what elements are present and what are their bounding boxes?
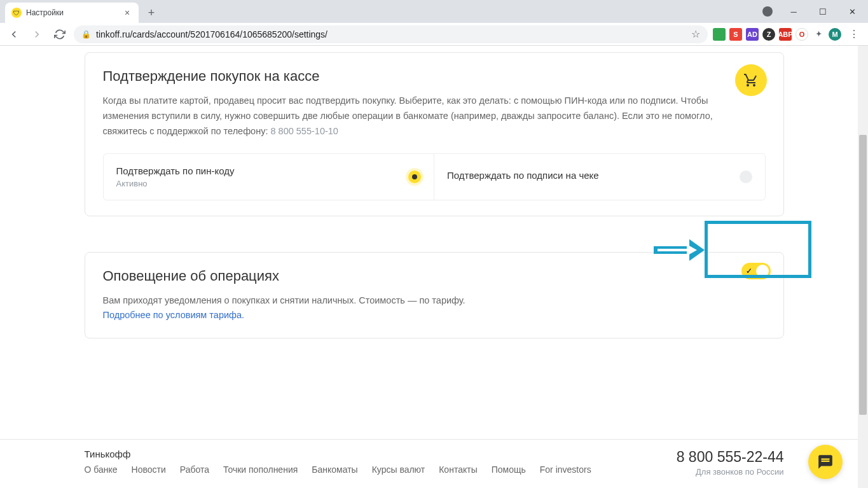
card-title: Подтверждение покупок на кассе — [103, 68, 766, 85]
purchase-confirmation-card: Подтверждение покупок на кассе Когда вы … — [85, 52, 784, 216]
notifications-card: ✓ Оповещение об операциях Вам приходят у… — [85, 252, 784, 338]
card-description: Когда вы платите картой, продавец просит… — [103, 94, 713, 139]
tab-title: Настройки — [26, 8, 64, 17]
notifications-toggle[interactable]: ✓ — [741, 263, 771, 279]
close-window-button[interactable]: ✕ — [837, 2, 867, 21]
extension-icon[interactable]: S — [729, 28, 742, 41]
window-controls: ─ ☐ ✕ — [762, 0, 868, 23]
radio-unselected-icon — [740, 171, 752, 183]
favicon-icon: 🛡 — [11, 8, 22, 18]
footer-link[interactable]: Контакты — [439, 464, 477, 475]
scrollbar-thumb[interactable] — [859, 135, 867, 415]
check-icon: ✓ — [746, 267, 752, 275]
extensions-puzzle-icon[interactable]: ✦ — [812, 28, 825, 41]
browser-tab-bar: 🛡 Настройки × + ─ ☐ ✕ — [0, 0, 868, 23]
url-input[interactable]: 🔒 tinkoff.ru/cards/account/5201706164/10… — [74, 25, 708, 43]
toggle-knob — [756, 265, 769, 277]
option-pin[interactable]: Подтверждать по пин-коду Активно — [104, 154, 434, 200]
card-title: Оповещение об операциях — [103, 268, 766, 284]
profile-avatar[interactable]: M — [829, 28, 841, 41]
footer-link[interactable]: Точки пополнения — [223, 464, 298, 475]
footer-link[interactable]: О банке — [85, 464, 118, 475]
url-text: tinkoff.ru/cards/account/5201706164/1065… — [96, 29, 327, 39]
forward-button[interactable] — [28, 25, 46, 43]
page-content: Подтверждение покупок на кассе Когда вы … — [0, 46, 868, 488]
chat-fab-button[interactable] — [808, 445, 843, 479]
extension-icon[interactable] — [713, 28, 726, 41]
footer-phone: 8 800 555-22-44 — [677, 449, 784, 466]
page-footer: Тинькофф О банкеНовостиРаботаТочки попол… — [0, 439, 868, 488]
lock-icon: 🔒 — [81, 30, 91, 39]
extensions-area: S AD Z ABP O ✦ M ⋮ — [713, 25, 863, 43]
card-description: Вам приходят уведомления о покупках и сн… — [103, 293, 766, 323]
new-tab-button[interactable]: + — [142, 4, 160, 22]
extension-icon[interactable]: O — [796, 28, 808, 41]
footer-link[interactable]: Новости — [132, 464, 166, 475]
footer-link[interactable]: Помощь — [492, 464, 526, 475]
browser-menu-button[interactable]: ⋮ — [845, 25, 863, 43]
footer-link[interactable]: Курсы валют — [372, 464, 425, 475]
option-title: Подтверждать по пин-коду — [116, 165, 400, 176]
footer-link[interactable]: Работа — [180, 464, 209, 475]
reload-button[interactable] — [51, 25, 69, 43]
option-signature[interactable]: Подтверждать по подписи на чеке — [434, 154, 765, 200]
option-subtitle: Активно — [116, 179, 400, 188]
maximize-button[interactable]: ☐ — [808, 2, 837, 21]
extension-icon[interactable]: ABP — [779, 28, 792, 41]
browser-tab[interactable]: 🛡 Настройки × — [5, 3, 139, 23]
extension-icon[interactable]: AD — [746, 28, 759, 41]
support-phone-link[interactable]: 8 800 555-10-10 — [270, 126, 338, 136]
cart-icon — [735, 64, 767, 96]
back-button[interactable] — [5, 25, 23, 43]
scrollbar-track[interactable] — [858, 46, 868, 488]
confirmation-options: Подтверждать по пин-коду Активно Подтвер… — [103, 153, 766, 200]
minimize-button[interactable]: ─ — [779, 2, 808, 21]
tariff-details-link[interactable]: Подробнее по условиям тарифа. — [103, 310, 245, 320]
option-title: Подтверждать по подписи на чеке — [447, 170, 731, 181]
footer-link[interactable]: For investors — [540, 464, 591, 475]
account-circle-icon[interactable] — [762, 6, 773, 17]
footer-links: О банкеНовостиРаботаТочки пополненияБанк… — [85, 464, 677, 475]
footer-phone-sub: Для звонков по России — [677, 467, 784, 477]
extension-icon[interactable]: Z — [762, 28, 775, 41]
tab-close-icon[interactable]: × — [122, 8, 132, 18]
footer-brand: Тинькофф — [85, 449, 677, 459]
address-bar: 🔒 tinkoff.ru/cards/account/5201706164/10… — [0, 23, 868, 46]
radio-selected-icon — [408, 171, 421, 183]
bookmark-star-icon[interactable]: ☆ — [691, 28, 700, 40]
footer-link[interactable]: Банкоматы — [312, 464, 357, 475]
